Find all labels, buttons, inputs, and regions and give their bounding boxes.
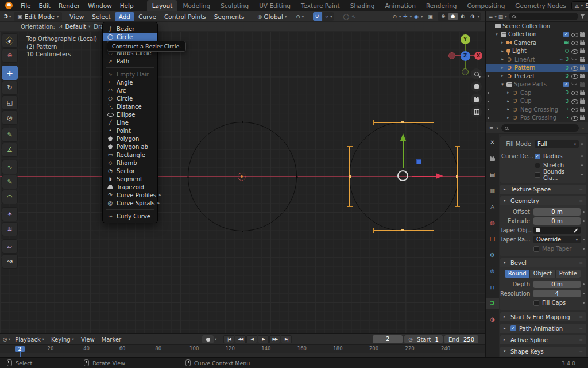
- add-menu-item-trapezoid-20[interactable]: Trapezoid: [103, 183, 157, 191]
- tool-extrude[interactable]: ▱: [2, 239, 18, 254]
- animate-dot[interactable]: [579, 164, 585, 166]
- outliner-row-neg-crossing[interactable]: ▸ƆNeg Crossing•: [486, 105, 588, 114]
- handle-end[interactable]: [347, 146, 353, 147]
- properties-tab-output[interactable]: ▤: [486, 169, 499, 181]
- animate-dot[interactable]: [579, 155, 585, 157]
- control-point[interactable]: [187, 176, 189, 178]
- properties-tab-data[interactable]: Ɔ: [486, 298, 499, 309]
- properties-tab-material[interactable]: ◑: [486, 314, 499, 325]
- header-menu-add[interactable]: Add: [115, 12, 134, 21]
- proportional-edit-toggle[interactable]: ◯: [343, 13, 349, 20]
- bezier-handle-bottom[interactable]: [373, 230, 434, 231]
- properties-tab-constraints[interactable]: ⊓: [486, 282, 499, 293]
- properties-tab-physics[interactable]: ⊚: [486, 266, 499, 277]
- zoom-button[interactable]: [471, 68, 482, 79]
- add-menu-item-arc-8[interactable]: ◠Arc: [103, 86, 157, 94]
- shading-wireframe-button[interactable]: ⊕: [439, 13, 448, 20]
- workspace-tab-sculpting[interactable]: Sculpting: [215, 0, 254, 12]
- axis-ball-negative-y[interactable]: [462, 68, 469, 75]
- menu-render[interactable]: Render: [55, 2, 84, 9]
- camera-visibility-icon[interactable]: [579, 115, 586, 120]
- eye-open-icon[interactable]: [571, 74, 578, 79]
- add-menu-item-polygon-ab-15[interactable]: Polygon ab: [103, 143, 157, 151]
- add-menu-item-sector-18[interactable]: ◔Sector: [103, 167, 157, 175]
- outliner-display-mode-icon[interactable]: ≡: [489, 14, 493, 20]
- play-button[interactable]: ▶: [258, 335, 269, 343]
- bevel-tab-object[interactable]: Object: [530, 270, 555, 278]
- tool-draw[interactable]: ∿: [2, 160, 18, 174]
- control-point[interactable]: [242, 231, 243, 232]
- tool-move[interactable]: +: [2, 66, 18, 80]
- panel-texture-space[interactable]: ▸Texture Space≡: [500, 185, 586, 194]
- header-menu-select[interactable]: Select: [88, 12, 114, 21]
- taper-object-field[interactable]: [533, 227, 581, 234]
- timeline-menu-playback[interactable]: Playback▾: [11, 336, 48, 343]
- tool-pen[interactable]: ✎: [2, 175, 18, 189]
- add-menu-item-ellipse-11[interactable]: Ellipse: [103, 110, 157, 118]
- workspace-tab-uv-editing[interactable]: UV Editing: [254, 0, 296, 12]
- eye-open-icon[interactable]: [571, 98, 578, 103]
- camera-visibility-icon[interactable]: [579, 65, 586, 70]
- eye-open-icon[interactable]: [571, 40, 578, 45]
- add-menu-item-polygon-14[interactable]: Polygon: [103, 135, 157, 143]
- tool-curve[interactable]: ◠: [2, 190, 18, 204]
- next-keyframe-button[interactable]: ▶▶: [269, 335, 280, 343]
- taper-radius-dropdown[interactable]: Override▾: [533, 236, 581, 243]
- outliner-row-scene-collection[interactable]: Scene Collection: [486, 22, 588, 30]
- current-frame-badge[interactable]: 2: [15, 346, 25, 352]
- bezier-handle-top[interactable]: [373, 122, 434, 123]
- filter-funnel-icon[interactable]: [580, 14, 585, 19]
- outliner-row-cup[interactable]: ▸ƆCupƆ: [486, 97, 588, 106]
- tool-randomize[interactable]: ≋: [2, 222, 18, 236]
- collection-checkbox-checked[interactable]: ✓: [563, 32, 569, 37]
- add-menu-item-empty-hair-6[interactable]: ∿Empty Hair: [103, 70, 157, 78]
- eye-open-icon[interactable]: [571, 115, 578, 120]
- control-point-selected[interactable]: [401, 229, 404, 231]
- handle-end[interactable]: [434, 120, 435, 125]
- camera-visibility-icon[interactable]: [579, 48, 586, 53]
- animate-dot[interactable]: [581, 211, 586, 213]
- animate-dot[interactable]: [581, 239, 586, 240]
- workspace-tab-compositing[interactable]: Compositing: [462, 0, 510, 12]
- menu-window[interactable]: Window: [84, 2, 115, 9]
- animate-dot[interactable]: [581, 283, 586, 285]
- camera-visibility-icon[interactable]: [579, 82, 586, 87]
- editor-type-selector[interactable]: Ɔ▾: [2, 13, 13, 20]
- current-frame-field[interactable]: 2: [373, 335, 403, 343]
- camera-visibility-icon[interactable]: [579, 98, 586, 103]
- fill-caps-checkbox[interactable]: [533, 300, 539, 306]
- tool-cursor[interactable]: ⊕: [2, 48, 18, 63]
- add-menu-item-circle-9[interactable]: ○Circle: [103, 94, 157, 102]
- bevel-tab-round[interactable]: Round: [505, 270, 530, 278]
- menu-file[interactable]: File: [17, 2, 35, 9]
- properties-tab-scene[interactable]: ◬: [486, 201, 499, 213]
- properties-tab-modifiers[interactable]: ⚙: [486, 250, 499, 261]
- blender-logo-icon[interactable]: [5, 2, 13, 9]
- workspace-tab-geometry-nodes[interactable]: Geometry Nodes: [510, 0, 571, 12]
- snap-settings-dropdown[interactable]: ⁘▾: [323, 12, 334, 21]
- scene-selector[interactable]: ◬▾ Scene ×: [571, 1, 588, 10]
- start-frame-field[interactable]: ◷Start1: [404, 335, 443, 343]
- camera-visibility-icon[interactable]: [579, 107, 586, 112]
- outliner-search-input[interactable]: [509, 13, 578, 20]
- animate-dot[interactable]: [579, 143, 585, 145]
- tool-annotate[interactable]: ✎: [2, 128, 18, 142]
- panel-shape-keys[interactable]: ▾Shape Keys≡: [500, 347, 586, 356]
- menu-edit[interactable]: Edit: [35, 2, 55, 9]
- tool-measure[interactable]: ∡: [2, 143, 18, 157]
- menu-help[interactable]: Help: [116, 2, 138, 9]
- gizmos-toggle-icon[interactable]: ✛: [403, 14, 408, 20]
- properties-tab-object[interactable]: □: [486, 233, 499, 245]
- outliner-row-light[interactable]: ▸Light: [486, 47, 588, 56]
- workspace-tab-modeling[interactable]: Modeling: [177, 0, 215, 12]
- eye-closed-icon[interactable]: [571, 82, 578, 87]
- collection-checkbox-checked[interactable]: ✓: [563, 82, 569, 87]
- animate-dot[interactable]: [579, 174, 585, 175]
- add-menu-item-curly-curve-24[interactable]: ∾Curly Curve: [103, 212, 157, 220]
- workspace-tab-texture-paint[interactable]: Texture Paint: [296, 0, 345, 12]
- eye-open-icon[interactable]: [571, 107, 578, 112]
- clock-icon[interactable]: ◷: [3, 336, 7, 342]
- camera-visibility-icon[interactable]: [579, 74, 586, 79]
- animate-dot[interactable]: [581, 220, 586, 222]
- properties-search-input[interactable]: [501, 124, 579, 132]
